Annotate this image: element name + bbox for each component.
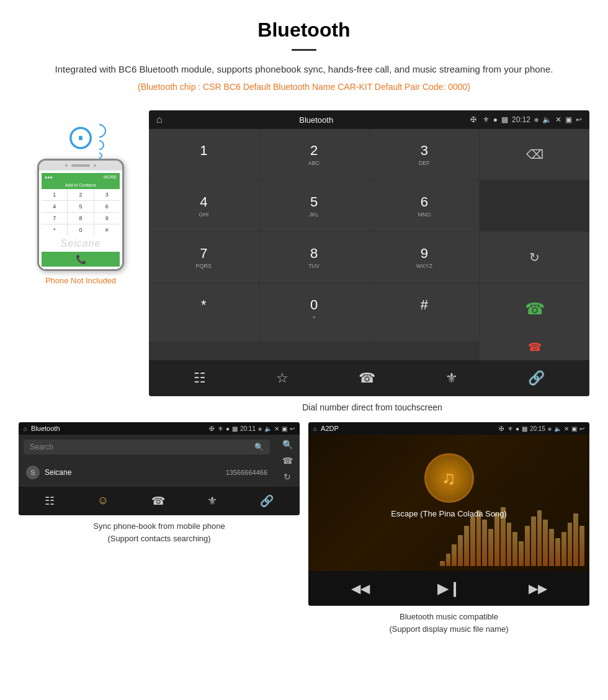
phone-key-2: 2: [68, 189, 93, 200]
play-pause-icon[interactable]: ▶❙: [437, 580, 461, 597]
viz-bar-5: [470, 516, 475, 566]
phone-screen: ●●● MORE Add to Contacts 1 2 3 4 5 6 7 8…: [39, 171, 122, 269]
bluetooth-icon-wrap: ⨀: [69, 123, 92, 150]
phonebook-search-area: Search 🔍: [19, 435, 275, 459]
page-header: Bluetooth Integrated with BC6 Bluetooth …: [0, 0, 608, 104]
viz-bar-21: [568, 523, 573, 566]
search-icon: 🔍: [254, 443, 264, 451]
pb-call-icon[interactable]: ☎: [151, 494, 165, 508]
volume-icon: 🔈: [542, 115, 552, 124]
wave-small: [95, 151, 104, 160]
prev-icon[interactable]: ◀◀: [351, 581, 370, 596]
pb-grid-icon[interactable]: ☷: [45, 494, 55, 508]
phonebook-search-bar[interactable]: Search 🔍: [24, 440, 270, 454]
pb-search-icon: 🔍: [282, 440, 293, 450]
phone-key-7: 7: [42, 213, 67, 224]
viz-bar-4: [464, 526, 469, 566]
phone-speaker: [71, 164, 90, 167]
phonebook-caption: Sync phone-book from mobile phone (Suppo…: [19, 515, 300, 547]
pb-bt-icon[interactable]: ⚜: [207, 494, 217, 508]
phone-key-8: 8: [68, 213, 93, 224]
dial-key-4[interactable]: 4GHI: [149, 180, 259, 231]
usb-icon: ✠: [470, 115, 476, 124]
viz-bar-23: [579, 526, 584, 566]
phonebook-left: Search 🔍 S Seicane 13566664466: [19, 435, 275, 487]
phonebook-caption-line1: Sync phone-book from mobile phone: [93, 521, 225, 531]
phone-contact-bar: Add to Contacts: [42, 181, 120, 189]
music-song-title: Escape (The Pina Colada Song): [385, 509, 512, 518]
phonebook-area: Search 🔍 S Seicane 13566664466 🔍 ☎ ↻: [19, 435, 300, 487]
music-controls: ◀◀ ▶❙ ▶▶: [308, 571, 589, 606]
dial-key-3[interactable]: 3DEF: [370, 129, 480, 180]
ms-status-icons: ⚜ ● ▩ 20:15 ⎈ 🔈 ✕ ▣ ↩: [507, 425, 584, 432]
contact-avatar: S: [26, 466, 40, 479]
viz-bar-6: [476, 510, 481, 566]
phone-carrier: ●●●: [45, 175, 53, 179]
pb-back: ↩: [290, 425, 295, 432]
viz-bar-16: [537, 510, 542, 566]
phone-time-small: MORE: [104, 175, 117, 179]
dial-key-0[interactable]: 0+: [259, 283, 369, 334]
dial-key-8[interactable]: 8TUV: [259, 232, 369, 283]
dialpad-grid: 1 2ABC 3DEF ⌫ 4GHI 5JKL 6MNO 7PQRS 8TUV …: [149, 129, 589, 334]
dial-key-9[interactable]: 9WXYZ: [370, 232, 480, 283]
page-description: Integrated with BC6 Bluetooth module, su…: [37, 62, 571, 77]
ms-back: ↩: [579, 425, 584, 432]
dial-key-reload[interactable]: ↻: [480, 232, 589, 283]
pb-status-icons: ⚜ ● ▩ 20:11 ⎈ 🔈 ✕ ▣ ↩: [218, 425, 295, 432]
dial-key-1[interactable]: 1: [149, 129, 259, 180]
viz-bar-18: [549, 529, 554, 566]
dial-key-empty-1: [480, 180, 589, 231]
location-icon: ●: [493, 115, 498, 124]
viz-bar-1: [446, 554, 451, 566]
dial-key-5[interactable]: 5JKL: [259, 180, 369, 231]
pb-user-icon[interactable]: ☺: [97, 494, 109, 508]
dial-key-backspace[interactable]: ⌫: [480, 129, 589, 180]
window-icon: ▣: [565, 115, 572, 124]
dial-hangup[interactable]: ☎: [480, 334, 589, 360]
ms-loc: ●: [516, 425, 519, 432]
main-section: ⨀ ●●● MORE Add to Contacts: [0, 104, 608, 396]
back-icon: ↩: [576, 115, 582, 124]
link-icon[interactable]: 🔗: [528, 370, 545, 386]
time-display: 20:12: [512, 115, 530, 124]
phone-key-9: 9: [94, 213, 120, 224]
dial-key-2[interactable]: 2ABC: [259, 129, 369, 180]
viz-bar-15: [531, 516, 536, 566]
signal-waves: [96, 124, 106, 159]
phonebook-caption-line2: (Support contacts searching): [107, 534, 210, 543]
dialpad-icon[interactable]: ☷: [194, 370, 206, 386]
big-screen-title: Bluetooth: [169, 115, 464, 125]
pb-cam: ⎈: [258, 425, 262, 432]
viz-bar-13: [519, 541, 524, 566]
dial-call-green[interactable]: ☎: [480, 283, 589, 334]
music-screen-wrap: ⌂ A2DP ✠ ⚜ ● ▩ 20:15 ⎈ 🔈 ✕ ▣ ↩: [308, 422, 589, 637]
music-caption: Bluetooth music compatible (Support disp…: [308, 606, 589, 637]
music-screen: ⌂ A2DP ✠ ⚜ ● ▩ 20:15 ⎈ 🔈 ✕ ▣ ↩: [308, 422, 589, 606]
next-icon[interactable]: ▶▶: [529, 581, 547, 596]
phone-container: ⨀ ●●● MORE Add to Contacts: [19, 110, 143, 285]
phone-icon[interactable]: ☎: [359, 370, 375, 386]
bt-bottom-icon[interactable]: ⚜: [445, 370, 458, 386]
viz-bar-3: [458, 535, 463, 566]
title-divider: [292, 49, 316, 51]
contacts-icon[interactable]: ☆: [276, 370, 288, 386]
dial-key-hash[interactable]: #: [370, 283, 480, 334]
phone-status-bar: ●●● MORE: [42, 173, 120, 181]
dial-key-7[interactable]: 7PQRS: [149, 232, 259, 283]
pb-link-icon[interactable]: 🔗: [260, 494, 274, 508]
dial-key-6[interactable]: 6MNO: [370, 180, 480, 231]
viz-bar-19: [555, 538, 560, 566]
phone-mockup: ●●● MORE Add to Contacts 1 2 3 4 5 6 7 8…: [37, 159, 124, 271]
viz-bar-12: [512, 532, 517, 566]
contact-name: Seicane: [45, 468, 221, 477]
phone-dot2: [94, 164, 96, 167]
viz-bar-20: [561, 532, 566, 566]
viz-bar-7: [482, 520, 487, 566]
phone-key-1: 1: [42, 189, 67, 200]
pb-home-icon: ⌂: [24, 425, 27, 432]
bt-icon: ⚜: [483, 115, 490, 124]
phone-bottom-bar: 📞: [42, 252, 120, 267]
viz-bar-22: [573, 513, 578, 566]
dial-key-star[interactable]: *: [149, 283, 259, 334]
